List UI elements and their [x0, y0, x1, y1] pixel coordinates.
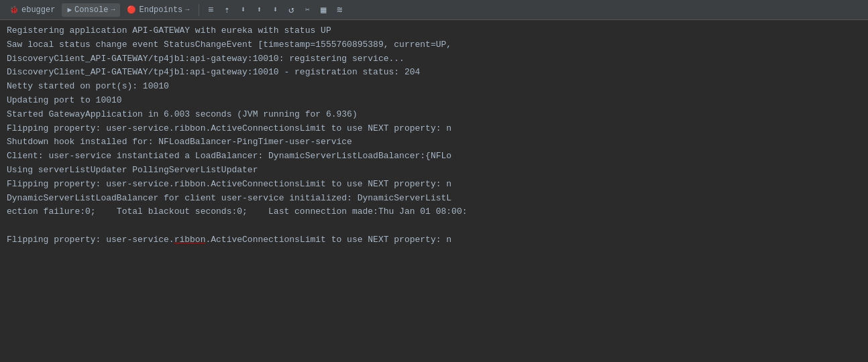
console-line-10: Client: user-service instantiated a Load… — [7, 149, 861, 164]
console-line-16: Flipping property: user-service.ribbon.A… — [7, 233, 861, 247]
tab-endpoints-label: Endpoints — [139, 5, 182, 15]
tab-debugger[interactable]: 🐞 ebugger — [4, 3, 60, 17]
tab-endpoints[interactable]: 🔴 Endpoints → — [121, 3, 195, 17]
btn-menu[interactable]: ≡ — [203, 3, 218, 17]
toolbar: 🐞 ebugger ▶ Console → 🔴 Endpoints → ≡ ⇡ … — [0, 0, 868, 20]
console-line-7: Started GatewayApplication in 6.003 seco… — [7, 108, 861, 122]
console-line-6: Updating port to 10010 — [7, 94, 861, 108]
console-line-8: Flipping property: user-service.ribbon.A… — [7, 122, 861, 136]
console-area: Registering application API-GATEWAY with… — [0, 20, 868, 362]
btn-scroll-top[interactable]: ⇡ — [219, 3, 234, 17]
console-line-empty — [7, 219, 861, 233]
console-line-5: Netty started on port(s): 10010 — [7, 80, 861, 94]
console-line-9: Shutdown hook installed for: NFLoadBalan… — [7, 135, 861, 149]
btn-grid[interactable]: ▦ — [316, 3, 331, 17]
ribbon-underlined: ribbon — [174, 235, 206, 245]
endpoints-icon: 🔴 — [127, 5, 136, 14]
console-line-1: Registering application API-GATEWAY with… — [7, 24, 861, 38]
tab-debugger-label: ebugger — [21, 5, 55, 15]
console-line-3: DiscoveryClient_API-GATEWAY/tp4jbl:api-g… — [7, 52, 861, 66]
console-line-11: Using serverListUpdater PollingServerLis… — [7, 164, 861, 178]
debugger-icon: 🐞 — [9, 5, 19, 14]
tab-console-label: Console — [74, 5, 108, 15]
btn-refresh[interactable]: ↺ — [284, 3, 299, 17]
endpoints-arrow-icon: → — [185, 6, 189, 13]
btn-list[interactable]: ≋ — [332, 3, 347, 17]
btn-cut[interactable]: ✂ — [300, 3, 315, 17]
console-icon: ▶ — [67, 5, 72, 14]
console-line-4: DiscoveryClient_API-GATEWAY/tp4jbl:api-g… — [7, 66, 861, 80]
console-arrow-icon: → — [111, 6, 115, 13]
btn-scroll-bottom[interactable]: ⬇ — [268, 3, 282, 17]
tab-console[interactable]: ▶ Console → — [62, 3, 120, 17]
toolbar-divider-1 — [199, 4, 199, 16]
console-line-14: ection failure:0; Total blackout seconds… — [7, 205, 861, 219]
btn-scroll-down[interactable]: ⬇ — [235, 3, 250, 17]
btn-scroll-up[interactable]: ⬆ — [252, 3, 266, 17]
console-line-12: Flipping property: user-service.ribbon.A… — [7, 178, 861, 192]
console-line-13: DynamicServerListLoadBalancer for client… — [7, 192, 861, 206]
console-line-2: Saw local status change event StatusChan… — [7, 38, 861, 52]
